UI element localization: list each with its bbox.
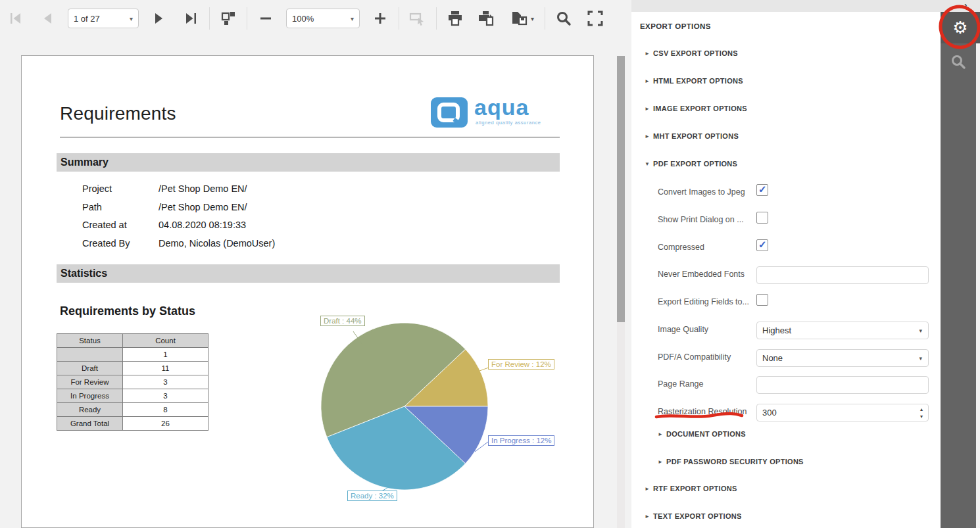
input-never-embedded-fonts[interactable] (756, 266, 929, 284)
section-text-export-options[interactable]: ►TEXT EXPORT OPTIONS (645, 512, 742, 520)
first-page-icon (8, 11, 24, 26)
search-button[interactable] (552, 7, 575, 30)
toolbar-separator (209, 7, 210, 30)
summary-field-label: Path (82, 202, 159, 220)
triangle-right-icon: ► (658, 431, 666, 437)
panel-top-strip (631, 0, 980, 12)
zoom-in-icon (372, 11, 388, 26)
vertical-scrollbar[interactable] (617, 56, 625, 528)
table-header-cell: Count (123, 334, 208, 348)
triangle-right-icon: ► (645, 78, 653, 84)
section-label: PDF PASSWORD SECURITY OPTIONS (666, 458, 804, 466)
triangle-right-icon: ► (658, 459, 666, 465)
zoom-select[interactable]: 100% ▾ (286, 9, 360, 28)
section-html-export-options[interactable]: ►HTML EXPORT OPTIONS (645, 77, 743, 85)
section-label: RTF EXPORT OPTIONS (653, 485, 737, 492)
section-label: MHT EXPORT OPTIONS (653, 132, 739, 140)
triangle-right-icon: ► (645, 51, 653, 57)
checkbox-convert-images-to-jpeg[interactable] (756, 184, 768, 196)
aqua-logo: aqua aligned quality assurance (431, 97, 562, 130)
toolbar-separator (247, 7, 247, 30)
panel-collapse-chevron[interactable]: › (964, 0, 975, 11)
select-value: None (762, 353, 783, 363)
section-image-export-options[interactable]: ►IMAGE EXPORT OPTIONS (645, 105, 747, 112)
last-page-button[interactable] (180, 7, 202, 30)
page-select[interactable]: 1 of 27 ▾ (68, 9, 139, 28)
pie-callout-label: For Review : 12% (488, 359, 554, 370)
field-label: Export Editing Fields to... (658, 297, 755, 306)
export-options-panel: EXPORT OPTIONS ►CSV EXPORT OPTIONS►HTML … (631, 12, 941, 528)
section-label: HTML EXPORT OPTIONS (653, 77, 743, 85)
table-row: Draft11 (57, 362, 208, 375)
count-cell: 3 (123, 389, 208, 403)
vertical-scrollbar-thumb[interactable] (617, 56, 625, 322)
field-label: Rasterization Resolution (658, 407, 755, 416)
previous-page-button[interactable] (36, 7, 59, 30)
first-page-button[interactable] (5, 7, 27, 30)
chevron-down-icon: ▾ (344, 15, 354, 22)
toolbar-separator (399, 7, 399, 30)
search-tab[interactable] (941, 46, 976, 78)
fullscreen-icon (587, 10, 604, 27)
status-cell: Ready (57, 403, 123, 417)
zoom-in-button[interactable] (369, 7, 391, 30)
print-page-icon (478, 10, 496, 27)
field-label: Show Print Dialog on ... (658, 215, 755, 224)
table-row: 1 (57, 348, 208, 362)
chevron-down-icon: ▾ (919, 355, 922, 362)
page-select-value: 1 of 27 (74, 14, 100, 24)
next-page-button[interactable] (148, 7, 170, 30)
section-document-options[interactable]: ►DOCUMENT OPTIONS (658, 430, 746, 438)
search-icon (555, 10, 572, 27)
print-page-button[interactable] (476, 7, 498, 30)
select-pdf-a-compatibility[interactable]: None▾ (756, 349, 929, 367)
summary-field-row: Created at04.08.2020 08:19:33 (82, 220, 275, 238)
section-label: PDF EXPORT OPTIONS (653, 160, 737, 168)
section-pdf-export-options[interactable]: ▼PDF EXPORT OPTIONS (645, 160, 737, 168)
panel-title: EXPORT OPTIONS (640, 22, 711, 30)
fullscreen-button[interactable] (584, 7, 606, 30)
section-rtf-export-options[interactable]: ►RTF EXPORT OPTIONS (645, 485, 737, 492)
export-button[interactable]: ▾ (507, 7, 537, 30)
spinner-arrows[interactable]: ▴▾ (920, 406, 923, 420)
search-tab-icon (950, 53, 967, 70)
section-pdf-password-security-options[interactable]: ►PDF PASSWORD SECURITY OPTIONS (658, 458, 804, 466)
summary-field-value: /Pet Shop Demo EN/ (159, 183, 247, 202)
summary-heading: Summary (57, 153, 560, 172)
summary-field-value: 04.08.2020 08:19:33 (159, 220, 246, 238)
checkbox-export-editing-fields-to-[interactable] (756, 294, 768, 306)
section-csv-export-options[interactable]: ►CSV EXPORT OPTIONS (645, 49, 738, 57)
status-count-table: StatusCount1Draft11For Review3In Progres… (57, 333, 208, 431)
side-tab-bar (941, 12, 976, 528)
report-title: Requirements (60, 103, 176, 124)
input-page-range[interactable] (756, 376, 929, 394)
section-mht-export-options[interactable]: ►MHT EXPORT OPTIONS (645, 132, 739, 140)
print-button[interactable] (444, 7, 466, 30)
export-options-tab[interactable]: ⚙ (941, 12, 980, 43)
callout-connector (479, 368, 489, 371)
aqua-logo-tagline: aligned quality assurance (476, 120, 541, 126)
section-label: TEXT EXPORT OPTIONS (653, 512, 742, 520)
select-value: Highest (762, 325, 791, 335)
checkbox-compressed[interactable] (756, 239, 768, 251)
summary-field-label: Created at (82, 220, 159, 238)
triangle-down-icon: ▼ (645, 161, 653, 167)
table-header-cell: Status (57, 334, 123, 348)
section-label: DOCUMENT OPTIONS (666, 430, 746, 438)
table-row: For Review3 (57, 375, 208, 389)
summary-field-row: Project/Pet Shop Demo EN/ (82, 183, 275, 202)
highlight-editing-fields-button[interactable] (406, 7, 429, 30)
checkbox-show-print-dialog-on-[interactable] (756, 212, 768, 224)
toolbar-separator (545, 7, 545, 30)
table-header-row: StatusCount (57, 334, 208, 348)
multipage-view-button[interactable] (217, 7, 239, 30)
zoom-out-button[interactable] (255, 7, 277, 30)
spinner-rasterization-resolution[interactable]: 300▴▾ (756, 404, 929, 421)
report-page: Requirements aqua aligned quality assura… (21, 55, 594, 528)
count-cell: 1 (123, 348, 208, 362)
summary-fields: Project/Pet Shop Demo EN/Path/Pet Shop D… (82, 183, 275, 256)
select-image-quality[interactable]: Highest▾ (756, 322, 929, 339)
table-row: Ready8 (57, 403, 208, 417)
pie-callout-label: Ready : 32% (347, 491, 397, 501)
aqua-logo-text: aqua (474, 95, 529, 120)
